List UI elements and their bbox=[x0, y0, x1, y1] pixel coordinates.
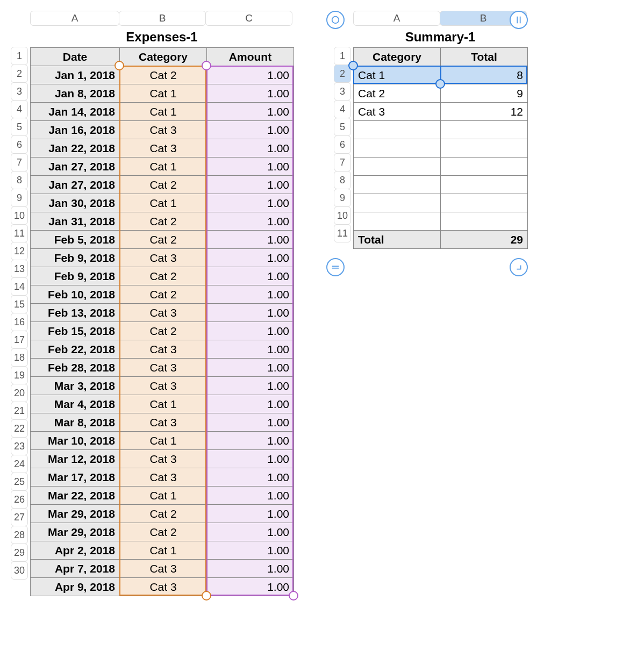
row-header[interactable]: 9 bbox=[334, 189, 351, 207]
cell-total[interactable]: 9 bbox=[441, 84, 528, 103]
row-header[interactable]: 8 bbox=[11, 171, 28, 189]
row-header[interactable]: 27 bbox=[11, 508, 28, 526]
cell-amount[interactable]: 1.00 bbox=[207, 450, 294, 468]
cell-empty[interactable] bbox=[441, 212, 528, 231]
row-header[interactable]: 11 bbox=[334, 224, 351, 242]
row-header[interactable]: 3 bbox=[334, 82, 351, 101]
expenses-grid[interactable]: DateCategoryAmount Jan 1, 2018 Cat 2 1.0… bbox=[30, 47, 294, 596]
cell-date[interactable]: Feb 5, 2018 bbox=[31, 231, 120, 249]
cell-date[interactable]: Mar 17, 2018 bbox=[31, 468, 120, 487]
row-header[interactable]: 14 bbox=[11, 277, 28, 296]
expenses-title[interactable]: Expenses-1 bbox=[30, 29, 293, 47]
cell-category[interactable]: Cat 2 bbox=[120, 176, 207, 194]
cell-empty[interactable] bbox=[441, 139, 528, 158]
cell-date[interactable]: Mar 12, 2018 bbox=[31, 450, 120, 468]
cell-empty[interactable] bbox=[354, 139, 441, 158]
cell-date[interactable]: Mar 29, 2018 bbox=[31, 523, 120, 541]
cell-category[interactable]: Cat 2 bbox=[120, 66, 207, 84]
row-header[interactable]: 28 bbox=[11, 526, 28, 544]
cell-amount[interactable]: 1.00 bbox=[207, 413, 294, 432]
row-header[interactable]: 30 bbox=[11, 561, 28, 580]
row-header[interactable]: 1 bbox=[334, 47, 351, 65]
cell-category[interactable]: Cat 2 bbox=[120, 267, 207, 285]
cell-amount[interactable]: 1.00 bbox=[207, 66, 294, 84]
table-row[interactable]: Feb 22, 2018 Cat 3 1.00 bbox=[31, 340, 294, 359]
col-header-C[interactable]: C bbox=[205, 11, 292, 26]
cell-amount[interactable]: 1.00 bbox=[207, 285, 294, 304]
cell-amount[interactable]: 1.00 bbox=[207, 560, 294, 578]
table-row[interactable]: Mar 4, 2018 Cat 1 1.00 bbox=[31, 395, 294, 413]
expenses-header-cell[interactable]: Category bbox=[120, 48, 207, 66]
table-row[interactable]: Mar 3, 2018 Cat 3 1.00 bbox=[31, 377, 294, 395]
table-row[interactable]: Mar 29, 2018 Cat 2 1.00 bbox=[31, 505, 294, 523]
table-row[interactable]: Mar 8, 2018 Cat 3 1.00 bbox=[31, 413, 294, 432]
cell-date[interactable]: Jan 22, 2018 bbox=[31, 139, 120, 158]
cell-amount[interactable]: 1.00 bbox=[207, 395, 294, 413]
cell-category[interactable]: Cat 3 bbox=[120, 578, 207, 596]
cell-category[interactable]: Cat 3 bbox=[120, 304, 207, 322]
cell-category[interactable]: Cat 2 bbox=[120, 212, 207, 231]
row-header[interactable]: 5 bbox=[11, 118, 28, 136]
table-row[interactable]: Jan 27, 2018 Cat 1 1.00 bbox=[31, 158, 294, 176]
row-header[interactable]: 11 bbox=[11, 224, 28, 242]
table-row[interactable]: Feb 13, 2018 Cat 3 1.00 bbox=[31, 304, 294, 322]
table-row[interactable]: Apr 9, 2018 Cat 3 1.00 bbox=[31, 578, 294, 596]
summary-header-cell[interactable]: Total bbox=[441, 48, 528, 66]
row-header[interactable]: 16 bbox=[11, 313, 28, 331]
row-header[interactable]: 25 bbox=[11, 473, 28, 491]
footer-label[interactable]: Total bbox=[354, 231, 441, 249]
cell-category[interactable]: Cat 1 bbox=[120, 395, 207, 413]
table-row[interactable]: Mar 17, 2018 Cat 3 1.00 bbox=[31, 468, 294, 487]
cell-category[interactable]: Cat 2 bbox=[120, 231, 207, 249]
cell-date[interactable]: Apr 2, 2018 bbox=[31, 541, 120, 560]
summary-title[interactable]: Summary-1 bbox=[353, 29, 527, 47]
cell-category[interactable]: Cat 3 bbox=[354, 103, 441, 121]
col-header-A[interactable]: A bbox=[30, 11, 119, 26]
table-row[interactable]: Feb 9, 2018 Cat 3 1.00 bbox=[31, 249, 294, 267]
cell-category[interactable]: Cat 1 bbox=[120, 541, 207, 560]
cell-date[interactable]: Mar 3, 2018 bbox=[31, 377, 120, 395]
cell-date[interactable]: Feb 15, 2018 bbox=[31, 322, 120, 340]
cell-category[interactable]: Cat 2 bbox=[120, 505, 207, 523]
cell-total[interactable]: 8 bbox=[441, 66, 528, 84]
expenses-header-cell[interactable]: Date bbox=[31, 48, 120, 66]
table-row[interactable] bbox=[354, 139, 528, 158]
cell-amount[interactable]: 1.00 bbox=[207, 505, 294, 523]
row-header[interactable]: 26 bbox=[11, 490, 28, 509]
cell-category[interactable]: Cat 2 bbox=[120, 322, 207, 340]
cell-date[interactable]: Mar 4, 2018 bbox=[31, 395, 120, 413]
table-row[interactable]: Cat 2 9 bbox=[354, 84, 528, 103]
table-row[interactable]: Jan 30, 2018 Cat 1 1.00 bbox=[31, 194, 294, 212]
table-row[interactable]: Cat 3 12 bbox=[354, 103, 528, 121]
table-row[interactable]: Feb 5, 2018 Cat 2 1.00 bbox=[31, 231, 294, 249]
summary-header-cell[interactable]: Category bbox=[354, 48, 441, 66]
cell-category[interactable]: Cat 1 bbox=[354, 66, 441, 84]
row-header[interactable]: 1 bbox=[11, 47, 28, 65]
cell-date[interactable]: Apr 9, 2018 bbox=[31, 578, 120, 596]
cell-category[interactable]: Cat 3 bbox=[120, 450, 207, 468]
table-row[interactable]: Jan 31, 2018 Cat 2 1.00 bbox=[31, 212, 294, 231]
cell-amount[interactable]: 1.00 bbox=[207, 377, 294, 395]
cell-amount[interactable]: 1.00 bbox=[207, 249, 294, 267]
cell-amount[interactable]: 1.00 bbox=[207, 432, 294, 450]
cell-date[interactable]: Feb 9, 2018 bbox=[31, 267, 120, 285]
row-header[interactable]: 5 bbox=[334, 118, 351, 136]
row-header[interactable]: 4 bbox=[334, 100, 351, 118]
table-row[interactable]: Feb 10, 2018 Cat 2 1.00 bbox=[31, 285, 294, 304]
row-header[interactable]: 6 bbox=[11, 135, 28, 154]
row-header[interactable]: 17 bbox=[11, 331, 28, 349]
expenses-header-cell[interactable]: Amount bbox=[207, 48, 294, 66]
cell-amount[interactable]: 1.00 bbox=[207, 359, 294, 377]
row-header[interactable]: 6 bbox=[334, 135, 351, 154]
row-header[interactable]: 12 bbox=[11, 242, 28, 260]
cell-category[interactable]: Cat 1 bbox=[120, 103, 207, 121]
cell-date[interactable]: Feb 9, 2018 bbox=[31, 249, 120, 267]
row-header[interactable]: 7 bbox=[11, 153, 28, 171]
add-column-icon[interactable] bbox=[510, 11, 528, 29]
cell-date[interactable]: Feb 13, 2018 bbox=[31, 304, 120, 322]
cell-amount[interactable]: 1.00 bbox=[207, 194, 294, 212]
cell-amount[interactable]: 1.00 bbox=[207, 304, 294, 322]
row-header[interactable]: 10 bbox=[334, 206, 351, 225]
footer-value[interactable]: 29 bbox=[441, 231, 528, 249]
table-row[interactable]: Apr 7, 2018 Cat 3 1.00 bbox=[31, 560, 294, 578]
